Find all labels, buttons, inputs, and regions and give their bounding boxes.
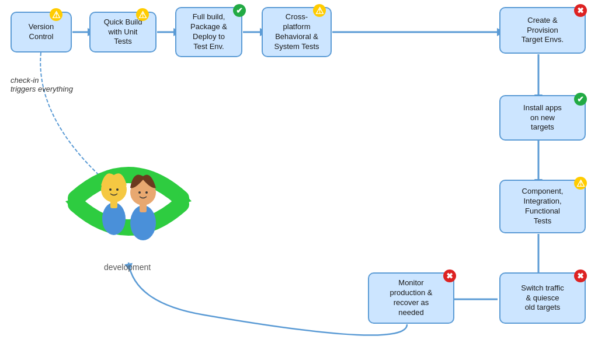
quick-build-label: Quick Build with Unit Tests: [104, 18, 142, 47]
monitor-error-badge: ✖: [443, 270, 456, 282]
monitor-production-box: Monitor production & recover as needed: [368, 272, 454, 324]
development-label: development: [104, 262, 151, 272]
component-integration-box: Component, Integration, Functional Tests: [499, 180, 586, 233]
full-build-box: Full build, Package & Deploy to Test Env…: [175, 7, 242, 57]
diagram: Version Control Quick Build with Unit Te…: [0, 0, 598, 364]
switch-traffic-label: Switch traffic & quiesce old targets: [521, 284, 564, 313]
dev-circle-svg: [47, 134, 210, 262]
install-apps-box: Install apps on new targets: [499, 95, 586, 141]
create-provision-error-badge: ✖: [574, 4, 587, 17]
install-apps-success-badge: ✔: [574, 93, 587, 106]
full-build-success-badge: ✔: [233, 4, 246, 17]
svg-rect-22: [110, 200, 117, 208]
svg-point-28: [138, 191, 141, 194]
quick-build-warning-badge: ⚠: [136, 8, 149, 21]
svg-point-27: [116, 188, 119, 191]
create-provision-label: Create & Provision Target Envs.: [521, 16, 564, 46]
component-warning-badge: ⚠: [574, 177, 587, 190]
switch-traffic-error-badge: ✖: [574, 270, 587, 282]
switch-traffic-box: Switch traffic & quiesce old targets: [499, 272, 586, 324]
create-provision-box: Create & Provision Target Envs.: [499, 7, 586, 54]
install-apps-label: Install apps on new targets: [523, 103, 562, 133]
component-integration-label: Component, Integration, Functional Tests: [522, 187, 564, 226]
checkin-triggers-text: check-intriggers everything: [11, 76, 73, 93]
monitor-production-label: Monitor production & recover as needed: [390, 278, 433, 318]
svg-point-29: [145, 191, 148, 194]
version-control-label: Version Control: [29, 22, 54, 42]
cross-platform-warning-badge: ⚠: [313, 4, 326, 17]
full-build-label: Full build, Package & Deploy to Test Env…: [190, 12, 227, 52]
svg-rect-25: [140, 203, 147, 212]
version-control-warning-badge: ⚠: [50, 8, 62, 21]
svg-point-26: [109, 188, 112, 191]
version-control-box: Version Control: [11, 12, 72, 52]
cross-platform-label: Cross- platform Behavioral & System Test…: [274, 12, 319, 52]
